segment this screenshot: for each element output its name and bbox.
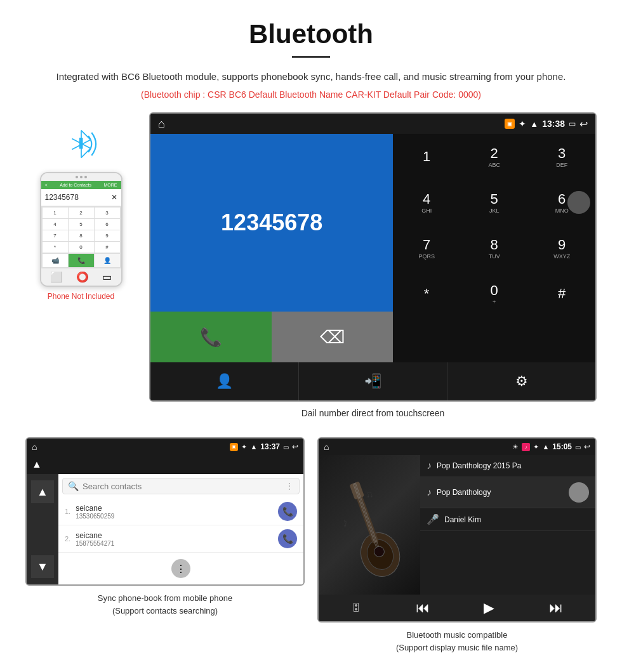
status-wifi-icon: ▲ [530, 119, 538, 129]
contacts-content: ▲ ▼ 🔍 ⋮ 1. [27, 474, 303, 584]
green-call-button[interactable]: 📞 [150, 312, 272, 362]
phone-add-contact-label: Add to Contacts [60, 183, 91, 187]
search-input[interactable] [83, 482, 281, 491]
numpad-key-hash[interactable]: # [528, 272, 595, 317]
music-pink-icon: ♪ [522, 443, 530, 451]
phone-key-0[interactable]: 0 [69, 242, 94, 253]
music-item-1[interactable]: ♪ Pop Danthology 2015 Pa [420, 455, 595, 477]
phone-video-btn[interactable]: 📹 [43, 254, 68, 267]
contacts-back-icon: ↩ [292, 442, 298, 451]
numpad-spacer-3 [528, 317, 595, 362]
contacts-screen: ⌂ ▣ ✦ ▲ 13:37 ▭ ↩ ▲ [25, 437, 305, 586]
car-screen-main: ⌂ ▣ ✦ ▲ 13:38 ▭ ↩ 12345678 [149, 112, 597, 402]
contacts-battery-icon: ▭ [283, 444, 289, 451]
bottom-contacts-btn[interactable]: 👤 [150, 362, 299, 400]
contacts-wifi-icon: ▲ [250, 443, 257, 451]
numpad-key-2[interactable]: 2ABC [461, 134, 528, 179]
music-title-1: Pop Danthology 2015 Pa [437, 461, 521, 470]
number-display-section: 12345678 📞 ⌫ [150, 134, 393, 362]
phone-number-display: 12345678 [45, 193, 79, 202]
contact-index-2: 2. [65, 535, 70, 543]
bottom-call-transfer-btn[interactable]: 📲 [299, 362, 447, 400]
prev-button[interactable]: ⏮ [416, 600, 430, 616]
contact-row-2: 2. seicane 15875554271 📞 [58, 525, 303, 553]
next-button[interactable]: ⏭ [549, 600, 563, 616]
numpad-key-0[interactable]: 0+ [461, 272, 528, 317]
numpad-spacer-2 [461, 317, 528, 362]
eq-icon[interactable]: 🎛 [351, 602, 361, 614]
music-caption: Bluetooth music compatible (Support disp… [396, 629, 518, 654]
music-battery-icon: ▭ [575, 444, 581, 451]
contacts-sidebar: ▲ ▼ [27, 474, 58, 584]
phone-key-9[interactable]: 9 [95, 230, 120, 241]
music-status-bar: ⌂ ☀ ♪ ✦ ▲ 15:05 ▭ ↩ [319, 438, 595, 455]
phone-key-6[interactable]: 6 [95, 219, 120, 230]
music-bt-icon: ✦ [533, 443, 539, 451]
music-active-indicator [569, 482, 589, 503]
contact-call-btn-1[interactable]: 📞 [278, 502, 297, 521]
phone-call-btn[interactable]: 📞 [69, 254, 94, 267]
numpad-key-6[interactable]: 6MNO [528, 180, 595, 225]
status-back-icon: ↩ [579, 118, 588, 130]
screen-home-icon: ⌂ [158, 117, 165, 131]
phone-key-1[interactable]: 1 [43, 208, 68, 218]
numpad-key-5[interactable]: 5JKL [461, 180, 528, 225]
contacts-nav-bar: ▲ [27, 455, 303, 474]
phone-more-label: MORE [104, 183, 117, 187]
music-wifi-icon: ▲ [542, 443, 549, 451]
phone-key-7[interactable]: 7 [43, 230, 68, 241]
numpad-spacer-1 [393, 317, 460, 362]
contact-name-1: seicane [76, 504, 114, 513]
numpad-key-7[interactable]: 7PQRS [393, 225, 460, 270]
music-col: ⌂ ☀ ♪ ✦ ▲ 15:05 ▭ ↩ [317, 437, 597, 654]
phone-backspace-icon: ✕ [111, 193, 117, 202]
contact-call-btn-2[interactable]: 📞 [278, 529, 297, 548]
contacts-scroll-up[interactable]: ▲ [31, 480, 54, 503]
music-back-icon: ↩ [584, 442, 590, 451]
music-sun-icon: ☀ [512, 443, 519, 451]
music-title-3: Daniel Kim [444, 515, 481, 524]
phone-key-4[interactable]: 4 [43, 219, 68, 230]
delete-button[interactable]: ⌫ [272, 312, 393, 362]
numpad-key-star[interactable]: * [393, 272, 460, 317]
phone-key-3[interactable]: 3 [95, 208, 120, 218]
call-buttons: 📞 ⌫ [150, 312, 393, 362]
phone-key-star[interactable]: * [43, 242, 68, 253]
phone-key-5[interactable]: 5 [69, 219, 94, 230]
phone-contacts-btn[interactable]: 👤 [95, 254, 120, 267]
numpad-key-4[interactable]: 4GHI [393, 180, 460, 225]
music-title-2: Pop Danthology [437, 488, 491, 497]
search-bar: 🔍 ⋮ [62, 478, 300, 494]
music-list: ♪ Pop Danthology 2015 Pa ♪ Pop Dantholog… [420, 455, 595, 595]
numpad-key-9[interactable]: 9WXYZ [528, 225, 595, 270]
music-screen: ⌂ ☀ ♪ ✦ ▲ 15:05 ▭ ↩ [317, 437, 597, 623]
numpad-key-3[interactable]: 3DEF [528, 134, 595, 179]
contacts-scroll-indicator[interactable]: ⋮ [171, 559, 190, 578]
music-time: 15:05 [552, 442, 572, 451]
music-item-3[interactable]: 🎤 Daniel Kim [420, 508, 595, 531]
bottom-screenshots: ⌂ ▣ ✦ ▲ 13:37 ▭ ↩ ▲ [25, 437, 597, 654]
contact-index-1: 1. [65, 508, 70, 515]
music-controls: 🎛 ⏮ ▶ ⏭ [319, 595, 595, 621]
music-item-2[interactable]: ♪ Pop Danthology [420, 477, 595, 508]
phone-square-icon: ▭ [102, 271, 112, 283]
bottom-settings-btn[interactable]: ⚙ [447, 362, 595, 400]
contact-row-1: 1. seicane 13530650259 📞 [58, 498, 303, 525]
numpad-section: 1 2ABC 3DEF 4GHI 5JKL 6MNO 7PQRS 8TUV 9W… [393, 134, 595, 362]
numpad-key-1[interactable]: 1 [393, 134, 460, 179]
screen-status-bar: ⌂ ▣ ✦ ▲ 13:38 ▭ ↩ [150, 114, 595, 134]
music-note-icon-2: ♪ [427, 487, 432, 498]
play-button[interactable]: ▶ [484, 600, 494, 616]
contacts-nav-up[interactable]: ▲ [32, 459, 42, 470]
music-home-icon: ⌂ [324, 442, 329, 452]
contacts-home-icon: ⌂ [32, 442, 37, 452]
phone-key-hash[interactable]: # [95, 242, 120, 253]
dialpad-area: 12345678 📞 ⌫ 1 2ABC 3DEF 4GHI 5JKL 6MNO [150, 134, 595, 362]
contacts-scroll-down[interactable]: ▼ [31, 555, 54, 578]
phone-key-8[interactable]: 8 [69, 230, 94, 241]
title-divider [292, 56, 330, 58]
phone-key-2[interactable]: 2 [69, 208, 94, 218]
numpad-key-8[interactable]: 8TUV [461, 225, 528, 270]
status-orange-icon: ▣ [505, 119, 515, 129]
svg-text:♫: ♫ [364, 488, 374, 501]
